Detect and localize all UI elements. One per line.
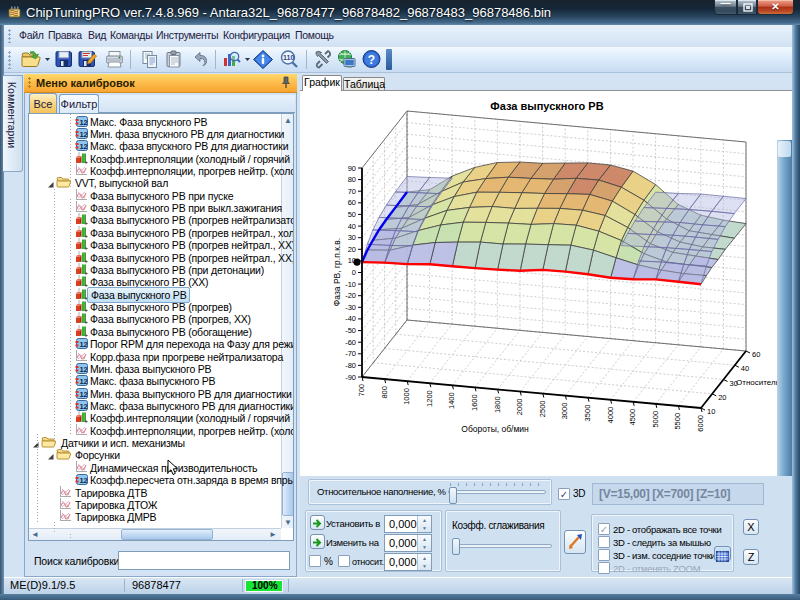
svg-text:10: 10	[348, 256, 356, 265]
svg-text:12: 12	[80, 389, 88, 398]
svg-text:700: 700	[357, 384, 366, 397]
svg-text:1400: 1400	[447, 392, 456, 409]
svg-text:Фаза выпускного РВ: Фаза выпускного РВ	[490, 100, 603, 112]
svg-text:90: 90	[348, 164, 356, 173]
svg-text:-60: -60	[345, 338, 356, 347]
svg-text:6000: 6000	[696, 415, 705, 432]
svg-text:-40: -40	[345, 314, 356, 323]
svg-text:800: 800	[380, 386, 389, 399]
svg-text:3500: 3500	[583, 405, 592, 422]
svg-text:1200: 1200	[425, 390, 434, 407]
svg-text:12: 12	[80, 476, 88, 485]
svg-text:-20: -20	[345, 291, 356, 300]
svg-text:40: 40	[348, 222, 356, 231]
svg-text:12: 12	[80, 117, 88, 126]
svg-text:70: 70	[348, 187, 356, 196]
svg-text:60: 60	[752, 350, 760, 359]
svg-text:-30: -30	[345, 303, 356, 312]
svg-text:Фаза РВ, гр.п.к.в.: Фаза РВ, гр.п.к.в.	[332, 238, 342, 306]
svg-text:12: 12	[80, 402, 88, 411]
svg-text:-90: -90	[345, 373, 356, 382]
svg-text:30: 30	[348, 233, 356, 242]
svg-text:12: 12	[80, 129, 88, 138]
svg-text:1600: 1600	[470, 394, 479, 411]
svg-text:1000: 1000	[402, 388, 411, 405]
svg-text:?: ?	[368, 53, 375, 67]
svg-text:60: 60	[348, 198, 356, 207]
svg-text:3000: 3000	[560, 403, 569, 420]
svg-text:12: 12	[80, 340, 88, 349]
svg-text:4500: 4500	[628, 409, 637, 426]
svg-text:12: 12	[80, 364, 88, 373]
svg-text:-10: -10	[345, 280, 356, 289]
svg-text:-50: -50	[345, 326, 356, 335]
svg-text:80: 80	[348, 175, 356, 184]
svg-text:50: 50	[348, 210, 356, 219]
svg-text:20: 20	[348, 245, 356, 254]
svg-text:40: 40	[741, 364, 749, 373]
svg-text:1800: 1800	[493, 396, 502, 413]
svg-text:10: 10	[707, 407, 715, 416]
svg-text:12: 12	[80, 142, 88, 151]
svg-text:2000: 2000	[515, 399, 524, 416]
svg-text:20: 20	[718, 393, 726, 402]
svg-text:Обороты, об/мин: Обороты, об/мин	[461, 424, 529, 434]
svg-text:5500: 5500	[673, 413, 682, 430]
svg-text:2500: 2500	[538, 401, 547, 418]
svg-text:0: 0	[352, 268, 356, 277]
svg-text:Относительное н: Относительное н	[736, 378, 780, 387]
svg-text:5000: 5000	[651, 411, 660, 428]
svg-text:-70: -70	[345, 349, 356, 358]
svg-text:12: 12	[80, 377, 88, 386]
svg-text:110: 110	[283, 54, 294, 61]
svg-text:4000: 4000	[606, 407, 615, 424]
svg-text:-80: -80	[345, 361, 356, 370]
